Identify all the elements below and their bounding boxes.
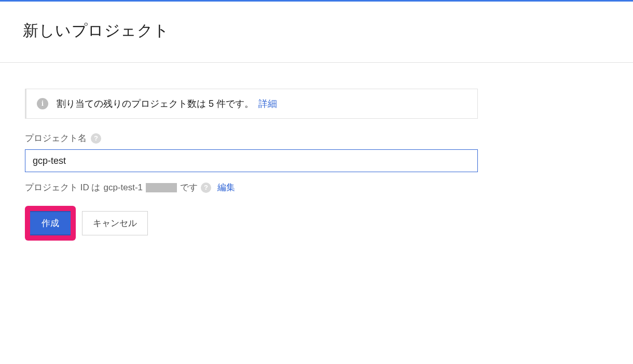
- cancel-button[interactable]: キャンセル: [82, 211, 148, 235]
- quota-detail-link[interactable]: 詳細: [258, 99, 277, 109]
- buttons-row: 作成 キャンセル: [25, 206, 608, 241]
- project-id-prefix: プロジェクト ID は: [25, 181, 100, 193]
- create-button[interactable]: 作成: [30, 211, 71, 235]
- project-id-value: gcp-test-1: [103, 183, 143, 193]
- redacted-segment: [146, 183, 177, 192]
- page-header: 新しいプロジェクト: [0, 2, 633, 62]
- page-title: 新しいプロジェクト: [23, 20, 610, 41]
- project-name-label-row: プロジェクト名 ?: [25, 132, 608, 144]
- project-name-label: プロジェクト名: [25, 132, 87, 144]
- project-id-suffix: です: [180, 181, 198, 193]
- project-name-field-group: プロジェクト名 ?: [25, 132, 608, 172]
- create-button-highlight: 作成: [25, 206, 76, 241]
- help-icon[interactable]: ?: [201, 183, 211, 193]
- project-name-input[interactable]: [25, 149, 478, 172]
- quota-notice: i 割り当ての残りのプロジェクト数は 5 件です。 詳細: [25, 89, 478, 119]
- project-id-row: プロジェクト ID は gcp-test-1 です ? 編集: [25, 181, 608, 193]
- edit-link[interactable]: 編集: [217, 181, 235, 193]
- help-icon[interactable]: ?: [91, 133, 101, 144]
- quota-message: 割り当ての残りのプロジェクト数は 5 件です。: [57, 99, 254, 109]
- info-icon: i: [37, 98, 48, 109]
- content-area: i 割り当ての残りのプロジェクト数は 5 件です。 詳細 プロジェクト名 ? プ…: [0, 63, 633, 241]
- quota-text: 割り当ての残りのプロジェクト数は 5 件です。 詳細: [57, 97, 277, 110]
